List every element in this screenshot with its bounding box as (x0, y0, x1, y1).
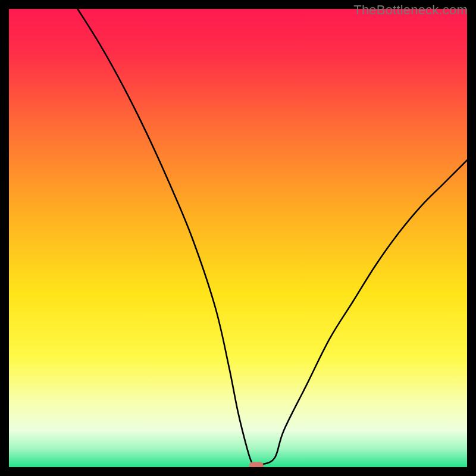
gradient-rect (9, 9, 467, 467)
plot-area (9, 9, 467, 467)
plot-svg (9, 9, 467, 467)
watermark-text: TheBottleneck.com (353, 2, 468, 18)
chart-stage: TheBottleneck.com (0, 0, 476, 476)
optimum-marker (249, 462, 264, 468)
